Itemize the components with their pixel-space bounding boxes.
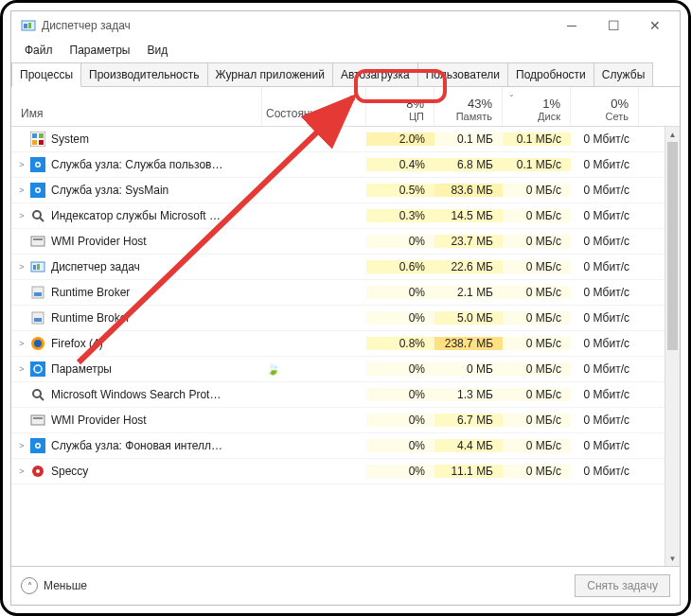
svg-rect-22: [34, 292, 42, 296]
svg-rect-2: [28, 23, 31, 28]
process-state: 🍃: [262, 362, 366, 376]
process-icon: [30, 310, 45, 326]
network-value: 0 Мбит/с: [571, 286, 639, 299]
network-value: 0 Мбит/с: [571, 132, 639, 146]
tab-performance[interactable]: Производительность: [80, 62, 207, 86]
process-name: System: [51, 132, 89, 146]
expand-icon[interactable]: >: [15, 364, 28, 374]
memory-value: 6.7 МБ: [434, 414, 503, 427]
cpu-value: 0%: [366, 286, 434, 299]
network-value: 0 Мбит/с: [571, 388, 639, 401]
memory-value: 23.7 МБ: [434, 235, 503, 248]
process-icon: [30, 361, 45, 377]
cpu-value: 0.5%: [366, 184, 434, 197]
memory-value: 22.6 МБ: [434, 260, 503, 273]
cpu-value: 0%: [366, 414, 434, 427]
cpu-value: 0%: [366, 439, 434, 452]
disk-value: 0 МБ/с: [503, 388, 571, 401]
memory-value: 1.3 МБ: [434, 388, 503, 401]
cpu-value: 0%: [366, 465, 434, 478]
scroll-down-icon[interactable]: ▼: [665, 551, 680, 566]
menu-view[interactable]: Вид: [139, 42, 175, 59]
expand-icon[interactable]: >: [15, 441, 28, 450]
cpu-value: 0%: [366, 388, 434, 401]
process-name: Служба узла: SysMain: [51, 184, 168, 197]
expand-icon[interactable]: >: [15, 262, 28, 272]
network-value: 0 Мбит/с: [571, 260, 639, 273]
disk-value: 0 МБ/с: [503, 311, 571, 325]
fewer-details-button[interactable]: ˄ Меньше: [21, 577, 87, 594]
process-name: Runtime Broker: [51, 311, 130, 325]
svg-point-10: [37, 164, 40, 167]
minimize-button[interactable]: ─: [551, 12, 593, 39]
expand-icon[interactable]: >: [15, 339, 28, 348]
header-disk[interactable]: ⌄ 1% Диск: [503, 87, 571, 126]
tab-services[interactable]: Службы: [594, 62, 653, 86]
process-row[interactable]: WMI Provider Host0%23.7 МБ0 МБ/с0 Мбит/с: [11, 229, 680, 255]
header-memory[interactable]: 43% Память: [434, 87, 503, 126]
memory-value: 11.1 МБ: [434, 465, 503, 478]
maximize-button[interactable]: ☐: [593, 12, 634, 39]
expand-icon[interactable]: >: [15, 185, 28, 195]
window-title: Диспетчер задач: [42, 19, 551, 32]
tab-processes[interactable]: Процессы: [11, 62, 81, 87]
process-icon: [30, 336, 45, 351]
tab-startup[interactable]: Автозагрузка: [332, 62, 418, 86]
close-button[interactable]: ✕: [634, 12, 676, 39]
menu-file[interactable]: Файл: [17, 42, 61, 59]
header-state[interactable]: Состояние: [262, 87, 366, 126]
process-row[interactable]: System2.0%0.1 МБ0.1 МБ/с0 Мбит/с: [11, 127, 680, 152]
process-icon: [30, 387, 45, 402]
cpu-value: 2.0%: [366, 132, 434, 146]
process-row[interactable]: Microsoft Windows Search Prot…0%1.3 МБ0 …: [11, 382, 680, 408]
disk-value: 0 МБ/с: [503, 465, 571, 478]
process-row[interactable]: >Служба узла: SysMain0.5%83.6 МБ0 МБ/с0 …: [11, 178, 680, 203]
disk-value: 0 МБ/с: [503, 439, 571, 452]
chevron-down-icon: ⌄: [508, 90, 515, 98]
cpu-value: 0.4%: [366, 158, 434, 171]
process-row[interactable]: WMI Provider Host0%6.7 МБ0 МБ/с0 Мбит/с: [11, 408, 680, 433]
tab-users[interactable]: Пользователи: [417, 62, 508, 86]
process-icon: [30, 234, 45, 249]
scroll-up-icon[interactable]: ▲: [665, 127, 680, 142]
network-value: 0 Мбит/с: [571, 414, 639, 427]
process-row[interactable]: >Speccy0%11.1 МБ0 МБ/с0 Мбит/с: [11, 459, 680, 484]
process-row[interactable]: Runtime Broker0%5.0 МБ0 МБ/с0 Мбит/с: [11, 306, 680, 331]
header-name[interactable]: Имя: [11, 87, 262, 126]
menu-options[interactable]: Параметры: [62, 42, 138, 59]
process-row[interactable]: >Служба узла: Фоновая интелл…0%4.4 МБ0 М…: [11, 433, 680, 459]
process-row[interactable]: Runtime Broker0%2.1 МБ0 МБ/с0 Мбит/с: [11, 280, 680, 306]
expand-icon[interactable]: >: [15, 211, 28, 220]
svg-rect-16: [31, 237, 44, 246]
svg-point-29: [33, 390, 41, 397]
network-value: 0 Мбит/с: [571, 465, 639, 478]
svg-rect-31: [31, 415, 44, 425]
process-row[interactable]: >Firefox (4)0.8%238.7 МБ0 МБ/с0 Мбит/с: [11, 331, 680, 357]
tab-app-history[interactable]: Журнал приложений: [207, 62, 333, 86]
svg-point-35: [37, 445, 40, 448]
network-value: 0 Мбит/с: [571, 362, 639, 376]
header-cpu[interactable]: 8% ЦП: [366, 87, 434, 126]
end-task-button[interactable]: Снять задачу: [575, 574, 670, 597]
header-network[interactable]: 0% Сеть: [571, 87, 639, 126]
svg-rect-7: [39, 140, 44, 145]
process-name: Runtime Broker: [51, 286, 130, 299]
process-name: Firefox (4): [51, 337, 103, 350]
tab-details[interactable]: Подробности: [507, 62, 594, 86]
svg-rect-1: [24, 24, 27, 28]
process-row[interactable]: >Диспетчер задач0.6%22.6 МБ0 МБ/с0 Мбит/…: [11, 255, 680, 280]
memory-value: 238.7 МБ: [434, 337, 503, 350]
column-headers: Имя Состояние 8% ЦП 43% Память ⌄ 1% Диск…: [11, 87, 680, 127]
vertical-scrollbar[interactable]: ▲ ▼: [664, 127, 680, 566]
cpu-value: 0.6%: [366, 260, 434, 273]
disk-value: 0 МБ/с: [503, 209, 571, 222]
process-icon: [30, 464, 45, 479]
expand-icon[interactable]: >: [15, 160, 28, 169]
process-row[interactable]: >Индексатор службы Microsoft …0.3%14.5 М…: [11, 203, 680, 229]
process-row[interactable]: >Служба узла: Служба пользов…0.4%6.8 МБ0…: [11, 152, 680, 178]
process-name: Speccy: [51, 465, 88, 478]
expand-icon[interactable]: >: [15, 466, 28, 476]
scroll-thumb[interactable]: [667, 142, 678, 350]
svg-rect-4: [32, 133, 37, 138]
process-row[interactable]: >Параметры🍃0%0 МБ0 МБ/с0 Мбит/с: [11, 357, 680, 382]
